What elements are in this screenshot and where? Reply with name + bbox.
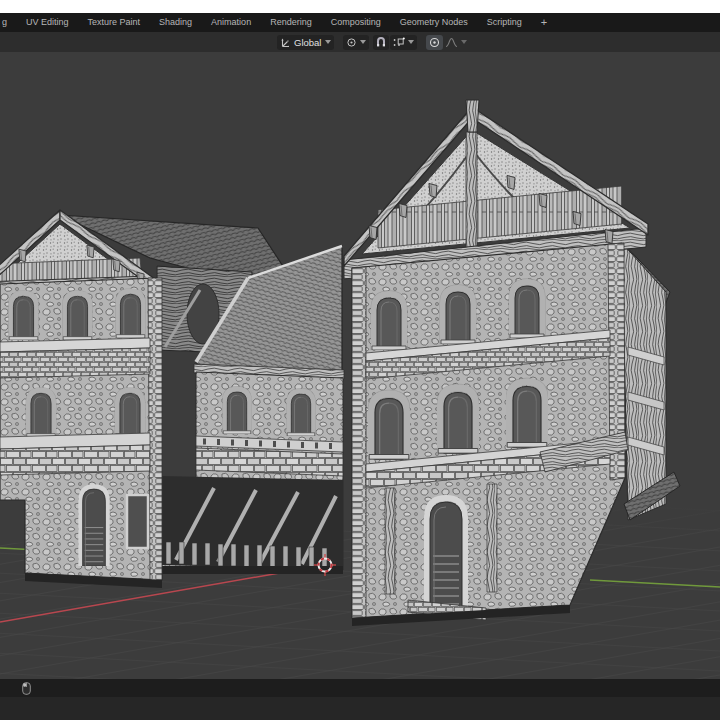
chevron-down-icon <box>360 40 366 44</box>
snap-with-dropdown[interactable] <box>390 35 417 50</box>
transform-orientation-dropdown[interactable]: Global <box>277 35 334 50</box>
3d-viewport[interactable] <box>0 52 720 679</box>
right-tower-door <box>427 498 465 610</box>
right-window-upper <box>372 294 406 350</box>
rafter-tail <box>19 249 26 262</box>
proportional-circle-dot-icon <box>429 37 440 48</box>
left-window-upper <box>9 293 38 340</box>
left-tower-corner-quoins <box>148 278 162 580</box>
rafter-tail <box>573 212 581 226</box>
rafter-tail <box>87 245 94 258</box>
bottom-panel <box>0 697 720 720</box>
page-background-strip <box>0 0 720 13</box>
pivot-point-icon <box>346 37 357 48</box>
left-window-mid <box>27 390 56 437</box>
proportional-falloff-dropdown[interactable] <box>443 35 469 50</box>
tab-scripting[interactable]: Scripting <box>487 13 522 32</box>
right-window-upper <box>510 282 544 338</box>
medieval-building-mesh[interactable] <box>0 100 680 626</box>
magnet-icon <box>375 36 387 48</box>
rafter-tail <box>429 184 437 198</box>
tab-shading[interactable]: Shading <box>159 13 192 32</box>
right-side-wall <box>622 243 666 520</box>
tab-uv-editing[interactable]: UV Editing <box>26 13 69 32</box>
right-corner-quoins-left <box>352 267 366 618</box>
tab-compositing[interactable]: Compositing <box>331 13 381 32</box>
snap-increment-icon <box>393 37 405 48</box>
rafter-tail <box>539 194 547 208</box>
left-window-mid <box>116 390 145 437</box>
middle-arcade <box>160 476 343 570</box>
ground-timber-post <box>487 484 497 592</box>
right-window-mid <box>507 382 547 447</box>
tab-texture-paint[interactable]: Texture Paint <box>88 13 141 32</box>
rafter-tail <box>605 230 613 244</box>
tab-animation[interactable]: Animation <box>211 13 251 32</box>
left-slit-window <box>127 495 148 548</box>
middle-window <box>223 389 250 434</box>
right-window-mid <box>438 388 478 453</box>
left-window-upper <box>63 293 92 340</box>
proportional-editing-toggle[interactable] <box>426 35 443 50</box>
ground-timber-post <box>385 488 395 594</box>
viewport-header: Global <box>0 32 720 52</box>
rafter-tail <box>399 204 407 218</box>
tab-partial[interactable]: g <box>2 13 7 32</box>
middle-ground-shadow <box>160 566 343 574</box>
mouse-icon <box>22 682 31 695</box>
axes-gizmo-icon <box>280 37 291 48</box>
blender-window: g UV Editing Texture Paint Shading Anima… <box>0 0 720 720</box>
viewport-canvas <box>0 52 720 679</box>
left-window-upper <box>116 291 145 338</box>
tab-geometry-nodes[interactable]: Geometry Nodes <box>400 13 468 32</box>
status-bar <box>0 679 720 697</box>
left-tower <box>0 210 162 588</box>
gable-finial <box>466 100 479 132</box>
chevron-down-icon <box>325 40 331 44</box>
tab-rendering[interactable]: Rendering <box>270 13 312 32</box>
pivot-point-dropdown[interactable] <box>343 35 369 50</box>
rafter-tail <box>113 259 120 272</box>
right-window-upper <box>441 288 475 344</box>
chevron-down-icon <box>408 40 414 44</box>
transform-snap-controls: Global <box>277 34 469 50</box>
rafter-tail <box>507 176 515 190</box>
workspace-tab-bar: g UV Editing Texture Paint Shading Anima… <box>0 13 720 32</box>
right-window-mid <box>369 394 409 459</box>
rafter-tail <box>369 226 377 240</box>
left-tower-door <box>80 486 107 566</box>
snap-toggle-button[interactable] <box>373 35 389 50</box>
chevron-down-icon <box>461 40 467 44</box>
gable-center-post <box>466 132 477 250</box>
middle-window <box>287 391 314 436</box>
transform-orientation-label: Global <box>293 37 322 48</box>
add-workspace-button[interactable]: + <box>541 13 547 32</box>
left-block-band <box>0 348 150 378</box>
smooth-falloff-curve-icon <box>445 37 458 48</box>
left-block-band-2 <box>0 445 150 475</box>
